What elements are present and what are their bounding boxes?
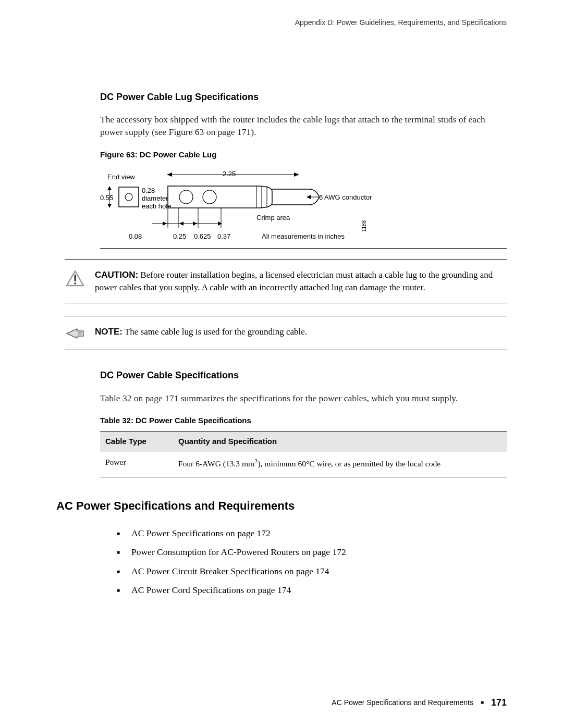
th-cable-type: Cable Type xyxy=(100,431,173,451)
heading-dc-cable-spec: DC Power Cable Specifications xyxy=(100,369,507,382)
label-crimp: Crimp area xyxy=(256,213,290,223)
th-qty-spec: Quantity and Specification xyxy=(173,431,507,451)
footer-bullet-icon: ■ xyxy=(481,699,484,706)
td-qty-spec: Four 6-AWG (13.3 mm2), minimum 60°C wire… xyxy=(173,451,507,477)
label-d1: 0.08 xyxy=(129,232,142,241)
figure-63-caption: Figure 63: DC Power Cable Lug xyxy=(100,149,507,160)
label-top-225: 2.25 xyxy=(223,169,236,179)
svg-point-26 xyxy=(74,282,76,284)
footer-page-number: 171 xyxy=(491,696,507,709)
figure-63-diagram: End view 0.55 0.28 diameter each hole 2.… xyxy=(100,165,507,249)
label-diameter-3: each hole xyxy=(142,202,171,211)
page-footer: AC Power Specifications and Requirements… xyxy=(332,696,507,709)
label-d4: 0.37 xyxy=(217,232,230,241)
svg-marker-21 xyxy=(218,221,222,226)
label-height-055: 0.55 xyxy=(100,193,113,203)
divider xyxy=(65,303,507,303)
table-32-caption: Table 32: DC Power Cable Specifications xyxy=(100,415,507,426)
svg-marker-20 xyxy=(193,221,197,226)
label-end-view: End view xyxy=(107,172,135,182)
spec-text-a: Four 6-AWG (13.3 mm xyxy=(178,459,254,468)
svg-point-6 xyxy=(203,190,216,204)
spec-text-b: ), minimum 60°C wire, or as permitted by… xyxy=(258,459,440,468)
label-fig-id: 1188 xyxy=(361,220,368,232)
note-text: The same cable lug is used for the groun… xyxy=(123,327,307,337)
list-item: AC Power Specifications on page 172 xyxy=(117,527,507,540)
svg-marker-19 xyxy=(179,221,183,226)
para-lug-intro: The accessory box shipped with the route… xyxy=(100,113,507,139)
svg-point-1 xyxy=(125,193,132,201)
svg-marker-12 xyxy=(294,172,299,177)
svg-point-5 xyxy=(179,190,193,204)
table-row: Power Four 6-AWG (13.3 mm2), minimum 60°… xyxy=(100,451,507,477)
label-d3: 0.625 xyxy=(194,232,211,241)
heading-ac-power: AC Power Specifications and Requirements xyxy=(56,498,507,514)
svg-marker-11 xyxy=(167,172,172,177)
note-label: NOTE: xyxy=(95,327,123,337)
footer-section: AC Power Specifications and Requirements xyxy=(332,698,473,708)
list-item: Power Consumption for AC-Powered Routers… xyxy=(117,546,507,559)
svg-marker-18 xyxy=(163,221,167,226)
heading-dc-lug-spec: DC Power Cable Lug Specifications xyxy=(100,91,507,104)
table-dc-power-cable: Cable Type Quantity and Specification Po… xyxy=(100,431,507,477)
svg-marker-4 xyxy=(107,204,112,208)
svg-marker-23 xyxy=(307,195,311,199)
note-block: NOTE: The same cable lug is used for the… xyxy=(65,326,507,340)
ac-topic-list: AC Power Specifications on page 172 Powe… xyxy=(117,527,507,597)
list-item: AC Power Circuit Breaker Specifications … xyxy=(117,565,507,578)
list-item: AC Power Cord Specifications on page 174 xyxy=(117,584,507,597)
label-units: All measurements in inches xyxy=(262,232,345,241)
td-cable-type: Power xyxy=(100,451,173,477)
label-conductor: 6 AWG conductor xyxy=(319,193,372,202)
running-header: Appendix D: Power Guidelines, Requiremen… xyxy=(56,18,507,28)
note-icon xyxy=(65,326,85,340)
label-d2: 0.25 xyxy=(173,232,186,241)
svg-marker-3 xyxy=(107,186,112,190)
caution-icon xyxy=(65,269,85,287)
divider xyxy=(65,316,507,316)
svg-rect-0 xyxy=(119,187,139,207)
caution-block: CAUTION: Before router installation begi… xyxy=(65,269,507,294)
caution-text: Before router installation begins, a lic… xyxy=(95,270,493,292)
divider xyxy=(65,350,507,350)
caution-label: CAUTION: xyxy=(95,270,138,280)
para-cable-intro: Table 32 on page 171 summarizes the spec… xyxy=(100,392,507,405)
divider xyxy=(65,259,507,260)
